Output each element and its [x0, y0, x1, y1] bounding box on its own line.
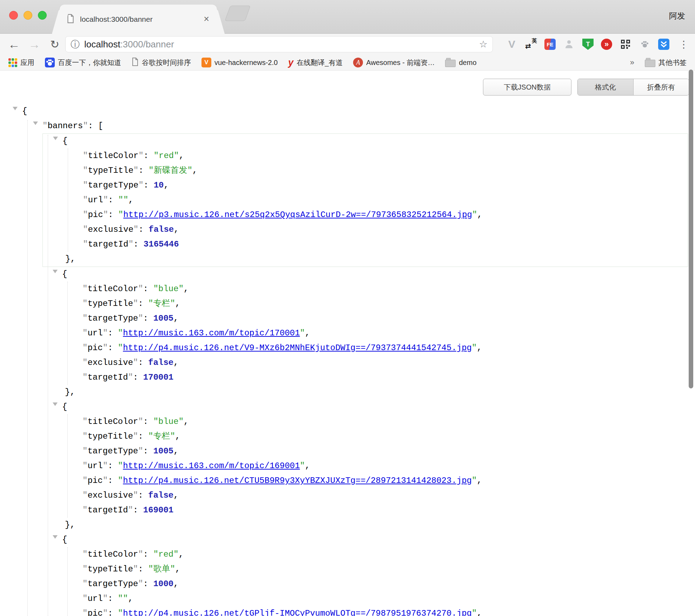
browser-tab[interactable]: localhost:3000/banner ×	[60, 5, 217, 34]
collapse-triangle-icon[interactable]	[53, 270, 58, 276]
json-link[interactable]: http://p4.music.126.net/tGPljf-IMOCyPvum…	[123, 609, 472, 616]
json-key: url	[88, 195, 103, 205]
bookmark-item-0[interactable]: 应用	[8, 58, 34, 67]
awesomes-icon: A	[353, 58, 363, 67]
bookmark-item-3[interactable]: Vvue-hackernews-2.0	[201, 58, 278, 67]
json-key: targetId	[87, 373, 128, 382]
tab-close-icon[interactable]: ×	[203, 14, 210, 24]
page-content: 下载JSON数据 格式化 折叠所有 {"banners": [{"titleCo…	[0, 71, 695, 616]
browser-menu-icon[interactable]: ⋮	[679, 39, 689, 50]
collapse-triangle-icon[interactable]	[53, 137, 58, 143]
json-guide-line	[48, 135, 48, 616]
bookmarks-overflow-icon[interactable]: »	[630, 58, 634, 67]
bookmark-star-icon[interactable]: ☆	[479, 39, 488, 50]
close-window-button[interactable]	[9, 11, 18, 20]
json-property-targetId: "targetId": 169001	[42, 503, 688, 518]
qrcode-extension-icon[interactable]	[620, 38, 631, 50]
json-key: titleColor	[87, 417, 138, 426]
collapse-triangle-icon[interactable]	[53, 535, 58, 541]
bookmark-item-2[interactable]: 谷歌按时间排序	[132, 57, 191, 68]
bookmark-item-4[interactable]: y在线翻译_有道	[288, 58, 343, 67]
tampermonkey-extension-icon[interactable]: T	[582, 39, 594, 50]
json-link[interactable]: http://p4.music.126.net/V9-MXz6b2MNhEKju…	[123, 343, 472, 353]
json-key: targetId	[87, 505, 128, 515]
bookmark-label: Awesomes - 前端资…	[366, 58, 435, 67]
bookmark-label: 谷歌按时间排序	[142, 58, 191, 67]
json-key: url	[87, 328, 102, 338]
json-property-exclusive: "exclusive": false,	[43, 222, 688, 237]
json-object-close: },	[42, 385, 688, 400]
bookmarks-bar: 应用百度一下，你就知道谷歌按时间排序Vvue-hackernews-2.0y在线…	[0, 55, 695, 71]
json-key: typeTitle	[88, 166, 133, 175]
paw-extension-icon[interactable]	[639, 38, 651, 50]
json-property-typeTitle: "typeTitle": "新碟首发",	[43, 163, 688, 178]
json-key: url	[87, 461, 102, 471]
forward-icon[interactable]: →	[27, 34, 42, 55]
bookmark-item-5[interactable]: AAwesomes - 前端资…	[353, 58, 435, 67]
json-string-value: ""	[118, 195, 128, 205]
json-number-value: 1005	[153, 314, 174, 323]
json-property-exclusive: "exclusive": false,	[42, 488, 688, 503]
json-link[interactable]: http://p4.music.126.net/CTU5B9R9y3XyYBZX…	[123, 476, 472, 485]
browser-profile-name[interactable]: 阿发	[669, 11, 685, 21]
vue-icon: V	[201, 58, 211, 67]
json-key: pic	[88, 210, 103, 219]
json-link[interactable]: http://music.163.com/m/topic/169001	[123, 461, 300, 471]
back-icon[interactable]: ←	[6, 34, 22, 55]
tab-title: localhost:3000/banner	[80, 15, 203, 24]
download-json-button[interactable]: 下载JSON数据	[483, 79, 571, 96]
json-key: exclusive	[87, 358, 133, 367]
bookmark-item-6[interactable]: demo	[445, 58, 476, 67]
format-button[interactable]: 格式化	[578, 79, 633, 95]
json-string-value: "blue"	[153, 284, 184, 294]
json-key: typeTitle	[87, 299, 133, 308]
json-banners-line: "banners": [	[0, 119, 695, 133]
bookmark-item-1[interactable]: 百度一下，你就知道	[45, 58, 121, 67]
new-tab-button[interactable]	[225, 6, 251, 21]
other-bookmarks-folder[interactable]: 其他书签	[645, 58, 687, 67]
json-object-close: },	[43, 252, 688, 267]
json-banner-object-2: {"titleColor": "blue","typeTitle": "专栏",…	[42, 400, 688, 532]
browser-toolbar: ← → ↻ ⓘ localhost:3000/banner ☆ V英⇄FET»⋮	[0, 34, 695, 55]
json-property-targetId: "targetId": 3165446	[43, 237, 688, 252]
json-key: pic	[87, 343, 102, 353]
video-downloader-extension-icon[interactable]: »	[601, 39, 612, 50]
page-info-icon[interactable]: ⓘ	[71, 38, 80, 51]
view-mode-toggle: 格式化 折叠所有	[577, 79, 689, 96]
json-property-titleColor: "titleColor": "blue",	[42, 414, 688, 429]
json-key: typeTitle	[87, 432, 133, 441]
zoom-window-button[interactable]	[38, 11, 47, 20]
json-property-targetType: "targetType": 1005,	[42, 311, 688, 326]
json-key: targetType	[88, 181, 138, 190]
reload-icon[interactable]: ↻	[47, 34, 62, 55]
json-string-value: "blue"	[153, 417, 184, 426]
translate-extension-icon[interactable]: 英⇄	[525, 38, 537, 50]
vue-devtools-extension-icon[interactable]: V	[506, 38, 518, 50]
minimize-window-button[interactable]	[24, 11, 32, 20]
person-extension-icon[interactable]	[563, 38, 575, 50]
collapse-all-button[interactable]: 折叠所有	[633, 79, 689, 95]
apps-grid-icon	[8, 58, 17, 67]
extensions-bar: V英⇄FET»⋮	[498, 34, 695, 55]
json-string-value: "red"	[153, 550, 179, 559]
json-string-value: "专栏"	[148, 432, 175, 441]
collapse-triangle-icon[interactable]	[33, 122, 38, 127]
json-link[interactable]: http://p3.music.126.net/s25q2x5QyqsAzilC…	[123, 210, 472, 219]
url-text[interactable]: localhost:3000/banner	[84, 39, 174, 50]
json-property-titleColor: "titleColor": "red",	[42, 547, 688, 562]
json-property-typeTitle: "typeTitle": "专栏",	[42, 429, 688, 444]
json-object-open: {	[43, 134, 688, 149]
json-number-value: 170001	[143, 373, 173, 382]
json-key: targetType	[87, 579, 138, 589]
url-path: :3000/banner	[120, 39, 174, 50]
collapse-triangle-icon[interactable]	[53, 402, 58, 408]
json-property-pic: "pic": "http://p4.music.126.net/V9-MXz6b…	[42, 341, 688, 355]
json-property-pic: "pic": "http://p4.music.126.net/tGPljf-I…	[42, 606, 688, 616]
collapse-triangle-icon[interactable]	[13, 107, 18, 113]
bookmark-label: vue-hackernews-2.0	[214, 59, 278, 67]
url-bar[interactable]: ⓘ localhost:3000/banner ☆	[65, 36, 493, 52]
fe-extension-icon[interactable]: FE	[544, 39, 556, 50]
json-link[interactable]: http://music.163.com/m/topic/170001	[123, 328, 300, 338]
thunder-extension-icon[interactable]	[658, 39, 669, 50]
page-scrollbar-thumb[interactable]	[689, 70, 693, 388]
